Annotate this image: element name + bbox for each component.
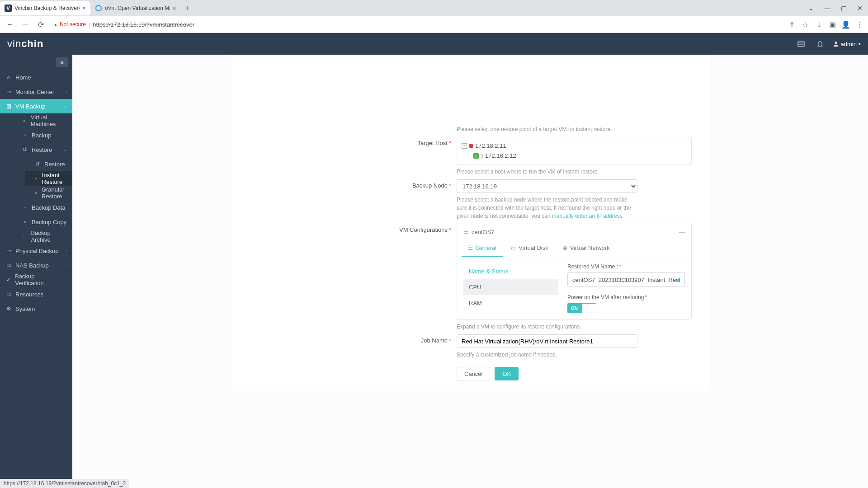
- insecure-badge[interactable]: Not secure: [53, 21, 86, 28]
- target-host-label: Target Host: [417, 140, 447, 146]
- app-header: vinchin admin ▾: [0, 33, 868, 55]
- job-name-label: Job Name: [421, 337, 448, 344]
- tab-general[interactable]: ☰General: [462, 240, 503, 257]
- power-on-toggle[interactable]: ON: [567, 303, 596, 313]
- browser-tab[interactable]: oVirt Open Virtualization Ma ×: [90, 1, 181, 15]
- target-host-tree[interactable]: − 172.18.2.11 ✓ ▯ 172.18.2.12: [457, 137, 692, 165]
- server-icon: ▯: [481, 151, 483, 161]
- tab-virtual-disk[interactable]: ▭Virtual Disk: [505, 240, 555, 257]
- data-icon: ▫: [22, 204, 28, 211]
- bell-icon[interactable]: [814, 38, 826, 50]
- close-icon[interactable]: ×: [82, 5, 86, 12]
- chevron-left-icon: ‹: [66, 249, 67, 253]
- tab-virtual-network[interactable]: ⊕Virtual Network: [557, 240, 616, 257]
- power-on-label: Power on the VM after restoring: [567, 294, 644, 300]
- disk-icon: ▭: [511, 245, 516, 251]
- minimize-icon[interactable]: —: [819, 0, 835, 16]
- host-child-label[interactable]: 172.18.2.12: [485, 151, 516, 161]
- sidebar-toggle[interactable]: ≡: [56, 57, 68, 67]
- list-icon[interactable]: [795, 38, 807, 50]
- chevron-down-icon[interactable]: ⌄: [803, 0, 819, 16]
- home-icon: ⌂: [5, 74, 12, 80]
- sidebar-item-monitor[interactable]: ▭Monitor Center‹: [0, 84, 72, 99]
- sidebar-sub-backup-copy[interactable]: ▫Backup Copy: [13, 215, 72, 229]
- sidebar-sub-backup-data[interactable]: ▫Backup Data: [13, 200, 72, 215]
- sidebar-item-physical[interactable]: ▭Physical Backup‹: [0, 244, 72, 258]
- url-box[interactable]: Not secure | https://172.18.16.19/?vmins…: [50, 18, 784, 31]
- restored-name-label: Restored VM Name :: [567, 263, 618, 270]
- physical-icon: ▭: [5, 248, 12, 254]
- monitor-icon: ▭: [463, 229, 469, 235]
- host-root-label[interactable]: 172.18.2.11: [475, 141, 506, 151]
- sidebar-item-nas[interactable]: ▭NAS Backup‹: [0, 258, 72, 272]
- svg-rect-0: [798, 41, 804, 47]
- sidebar-item-verification[interactable]: ✓Backup Verification‹: [0, 272, 72, 287]
- ok-button[interactable]: OK: [495, 367, 519, 380]
- tab-bar: V Vinchin Backup & Recovery × oVirt Open…: [0, 0, 868, 16]
- close-window-icon[interactable]: ✕: [852, 0, 868, 16]
- chevron-left-icon: ‹: [66, 277, 67, 282]
- star-icon[interactable]: ☆: [800, 20, 810, 29]
- tab-title: oVirt Open Virtualization Ma: [105, 5, 170, 11]
- download-icon[interactable]: ⤓: [814, 20, 824, 29]
- vm-name: centOS7: [472, 229, 495, 235]
- sidebar-sub-backup-archive[interactable]: ▫Backup Archive: [13, 229, 72, 244]
- settings-icon: ☰: [468, 245, 473, 251]
- chevron-left-icon: ‹: [66, 89, 67, 94]
- resources-icon: ▭: [5, 291, 12, 297]
- sidebar-sub-granular-restore[interactable]: ▫Granular Restore: [25, 186, 72, 200]
- manual-ip-link[interactable]: manually enter an IP address: [552, 213, 623, 219]
- user-menu[interactable]: admin ▾: [833, 41, 861, 47]
- status-bar: https://172.18.16.19/?vminstantrecover#t…: [0, 479, 129, 488]
- cfg-ram[interactable]: RAM: [463, 295, 558, 311]
- close-icon[interactable]: ×: [173, 5, 176, 12]
- back-button[interactable]: ←: [4, 20, 16, 28]
- chevron-left-icon: ‹: [66, 292, 67, 296]
- vm-config-panel: ▭ centOS7 — ☰General ▭Virtual Disk ⊕Virt…: [457, 224, 692, 320]
- cfg-cpu[interactable]: CPU: [463, 279, 558, 295]
- profile-icon[interactable]: 👤: [841, 20, 851, 29]
- backup-node-help: Please select a backup node where the re…: [457, 196, 637, 220]
- sidebar-item-system[interactable]: ⚙System‹: [0, 301, 72, 316]
- window-controls: ⌄ — ▢ ✕: [803, 0, 868, 16]
- job-name-input[interactable]: [457, 334, 637, 348]
- share-icon[interactable]: ⇪: [787, 20, 797, 29]
- address-bar: ← → ⟳ Not secure | https://172.18.16.19/…: [0, 16, 868, 33]
- sidebar-sub-backup[interactable]: ▫Backup: [13, 128, 72, 142]
- backup-node-select[interactable]: 172.18.16.19: [457, 179, 637, 193]
- restore-icon: ↺: [34, 161, 41, 167]
- collapse-icon[interactable]: −: [462, 143, 467, 149]
- maximize-icon[interactable]: ▢: [835, 0, 852, 16]
- sidebar-item-home[interactable]: ⌂Home: [0, 70, 72, 84]
- verify-icon: ✓: [5, 277, 11, 283]
- new-tab-button[interactable]: +: [181, 4, 193, 13]
- forward-button[interactable]: →: [19, 20, 32, 28]
- reload-button[interactable]: ⟳: [34, 20, 47, 29]
- user-icon: [833, 41, 839, 47]
- collapse-icon[interactable]: —: [679, 229, 685, 235]
- checkbox-checked-icon[interactable]: ✓: [473, 153, 479, 159]
- main-content: Please select one restore point of a tar…: [72, 55, 868, 488]
- sidebar: ≡ ⌂Home ▭Monitor Center‹ ▧VM Backup⌄ ▫Vi…: [0, 55, 72, 488]
- sidebar-sub-instant-restore[interactable]: ▫Instant Restore: [25, 171, 72, 186]
- sidebar-item-vmbackup[interactable]: ▧VM Backup⌄: [0, 99, 72, 113]
- cancel-button[interactable]: Cancel: [457, 367, 490, 380]
- backup-icon: ▫: [22, 132, 28, 138]
- browser-tab-active[interactable]: V Vinchin Backup & Recovery ×: [0, 1, 90, 15]
- sidebar-sub-virtual-machines[interactable]: ▫Virtual Machines: [13, 113, 72, 128]
- restored-name-input[interactable]: [567, 272, 685, 287]
- check-icon: ✓: [675, 276, 680, 283]
- sidebar-item-resources[interactable]: ▭Resources‹: [0, 287, 72, 301]
- toggle-knob: [582, 304, 596, 313]
- favicon-ovirt: [95, 5, 102, 12]
- sidebar-sub-restore-restore[interactable]: ↺Restore: [25, 157, 72, 171]
- menu-icon[interactable]: ⋮: [854, 20, 864, 29]
- browser-chrome: V Vinchin Backup & Recovery × oVirt Open…: [0, 0, 868, 33]
- extensions-icon[interactable]: ▣: [827, 20, 837, 29]
- sidebar-sub-restore[interactable]: ↺Restore⌄: [13, 142, 72, 157]
- tab-title: Vinchin Backup & Recovery: [14, 5, 80, 11]
- vm-icon: ▧: [5, 103, 12, 109]
- nas-icon: ▭: [5, 262, 12, 268]
- logo: vinchin: [7, 38, 43, 50]
- cfg-name-status[interactable]: Name & Status: [463, 263, 558, 279]
